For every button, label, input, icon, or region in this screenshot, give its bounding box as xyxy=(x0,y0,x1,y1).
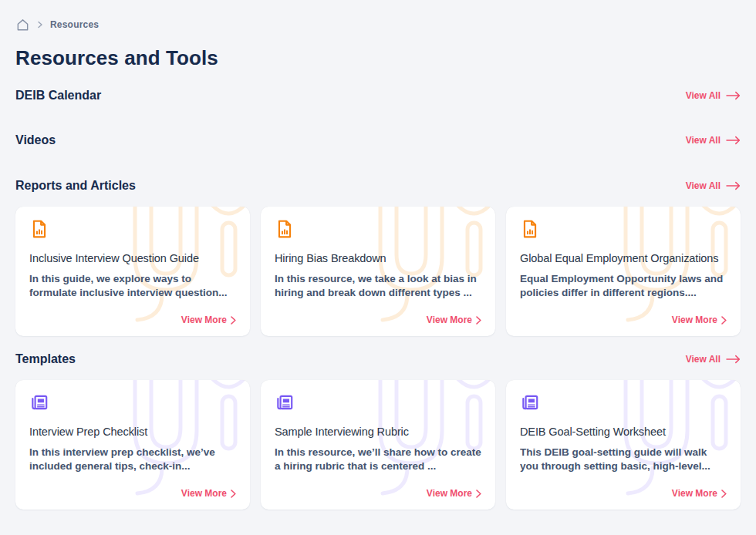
page-title: Resources and Tools xyxy=(15,46,741,69)
template-card: DEIB Goal-Setting Worksheet This DEIB go… xyxy=(506,380,741,510)
card-title: Global Equal Employment Organizations xyxy=(520,251,727,265)
report-document-icon xyxy=(29,219,49,239)
section-templates-header: Templates View All xyxy=(15,352,741,367)
view-more-link[interactable]: View More xyxy=(672,488,727,499)
card-title: Hiring Bias Breakdown xyxy=(275,251,481,265)
breadcrumb: Resources xyxy=(15,17,741,32)
view-more-link[interactable]: View More xyxy=(181,315,236,325)
logo-watermark xyxy=(575,207,737,331)
arrow-right-icon xyxy=(726,91,741,100)
view-more-link[interactable]: View More xyxy=(181,488,236,499)
card-title: Sample Interviewing Rubric xyxy=(275,425,481,439)
section-title-templates: Templates xyxy=(15,352,76,367)
report-document-icon xyxy=(275,219,295,239)
view-all-videos-link[interactable]: View All xyxy=(686,135,741,146)
chevron-right-icon xyxy=(721,316,727,325)
section-title-reports-and-articles: Reports and Articles xyxy=(15,178,136,193)
view-all-templates-link[interactable]: View All xyxy=(686,354,741,365)
view-more-link[interactable]: View More xyxy=(672,315,727,325)
arrow-right-icon xyxy=(726,355,741,364)
logo-watermark xyxy=(85,380,247,504)
logo-watermark xyxy=(330,380,492,504)
section-title-videos: Videos xyxy=(15,133,56,148)
view-more-link[interactable]: View More xyxy=(427,488,481,499)
view-more-link[interactable]: View More xyxy=(427,315,481,325)
chevron-right-icon xyxy=(231,316,236,325)
card-description: In this interview prep checklist, we’ve … xyxy=(29,446,236,473)
logo-watermark xyxy=(330,207,492,331)
card-description: In this resource, we take a look at bias… xyxy=(275,272,481,300)
card-title: Interview Prep Checklist xyxy=(29,425,236,439)
resources-page: Resources Resources and Tools DEIB Calen… xyxy=(0,0,756,510)
resource-card: Inclusive Interview Question Guide In th… xyxy=(15,207,250,336)
chevron-right-icon xyxy=(37,21,43,29)
newspaper-template-icon xyxy=(29,392,49,412)
view-all-reports-link[interactable]: View All xyxy=(686,180,741,191)
reports-card-grid: Inclusive Interview Question Guide In th… xyxy=(15,207,741,336)
chevron-right-icon xyxy=(476,490,481,498)
chevron-right-icon xyxy=(231,490,236,498)
logo-watermark xyxy=(85,207,247,331)
breadcrumb-item-resources: Resources xyxy=(50,19,99,30)
chevron-right-icon xyxy=(476,316,481,325)
template-card: Interview Prep Checklist In this intervi… xyxy=(15,380,250,510)
card-description: Equal Employment Opportunity laws and po… xyxy=(520,272,727,300)
home-icon[interactable] xyxy=(15,18,30,32)
view-all-deib-calendar-link[interactable]: View All xyxy=(686,90,741,101)
report-document-icon xyxy=(520,219,540,239)
template-card: Sample Interviewing Rubric In this resou… xyxy=(261,380,495,510)
newspaper-template-icon xyxy=(275,392,295,412)
card-description: In this guide, we explore ways to formul… xyxy=(29,272,236,300)
section-reports-header: Reports and Articles View All xyxy=(15,178,741,193)
resource-card: Hiring Bias Breakdown In this resource, … xyxy=(261,207,495,336)
card-description: This DEIB goal-setting guide will walk y… xyxy=(520,446,727,473)
newspaper-template-icon xyxy=(520,392,540,412)
card-title: DEIB Goal-Setting Worksheet xyxy=(520,425,727,439)
templates-card-grid: Interview Prep Checklist In this intervi… xyxy=(15,380,741,510)
resource-card: Global Equal Employment Organizations Eq… xyxy=(506,207,741,336)
section-videos-header: Videos View All xyxy=(15,133,741,148)
arrow-right-icon xyxy=(726,181,741,190)
logo-watermark xyxy=(575,380,737,504)
card-description: In this resource, we’ll share how to cre… xyxy=(275,446,481,473)
card-title: Inclusive Interview Question Guide xyxy=(29,251,236,265)
section-title-deib-calendar: DEIB Calendar xyxy=(15,88,101,103)
section-deib-calendar-header: DEIB Calendar View All xyxy=(15,88,741,103)
arrow-right-icon xyxy=(726,136,741,145)
chevron-right-icon xyxy=(721,490,727,498)
